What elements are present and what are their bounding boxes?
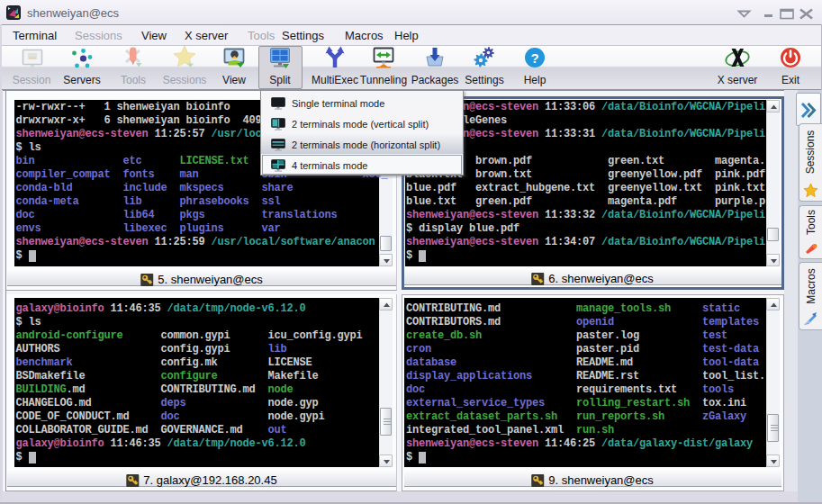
svg-text:?: ? (530, 50, 538, 66)
